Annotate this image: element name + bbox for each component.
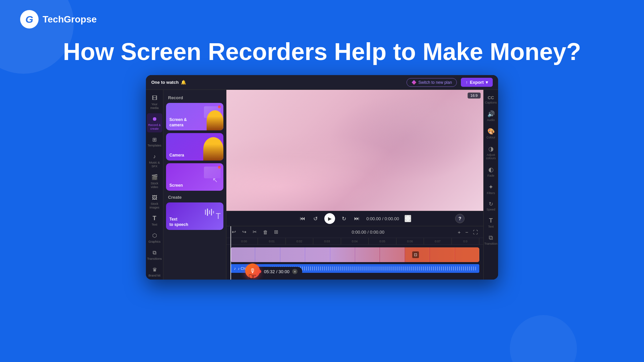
filters-label: Filters bbox=[487, 191, 495, 195]
video-track[interactable]: ⊡ bbox=[230, 247, 479, 262]
adjust-colours-panel-item[interactable]: ◑ Adjust colours bbox=[484, 142, 498, 163]
more-options-button[interactable]: ⊞ bbox=[273, 228, 280, 236]
adjust-colours-label: Adjust colours bbox=[486, 153, 496, 160]
captions-panel-item[interactable]: CC Captions bbox=[484, 93, 498, 107]
sidebar-item-your-media[interactable]: 🎞 Your media bbox=[147, 93, 162, 112]
sidebar-item-stock-video[interactable]: 🎬 Stock video bbox=[147, 172, 162, 191]
sidebar-item-stock-video-label: Stock video bbox=[148, 182, 161, 189]
sidebar-item-templates-label: Templates bbox=[148, 144, 161, 147]
camera-avatar-face bbox=[203, 137, 223, 161]
timeline-ruler: 0:00 0:01 0:02 0:03 0:04 0:05 0:06 0:07 … bbox=[226, 238, 483, 245]
avatar-face bbox=[207, 110, 223, 130]
undo-button[interactable]: ↩ bbox=[230, 228, 237, 236]
text-right-icon: T bbox=[489, 217, 493, 224]
zoom-in-button[interactable]: + bbox=[456, 229, 462, 236]
screen-camera-card[interactable]: Screen &camera bbox=[166, 103, 223, 130]
text-panel-item[interactable]: T Text bbox=[484, 215, 498, 231]
speed-panel-item[interactable]: ↻ Speed bbox=[484, 198, 498, 214]
tab-label: One to watch bbox=[151, 80, 179, 85]
switch-plan-label: Switch to new plan bbox=[418, 80, 452, 85]
video-thumbnails bbox=[230, 247, 479, 262]
thumb-6 bbox=[355, 247, 379, 262]
sidebar-item-music-label: Music & SFX bbox=[148, 161, 161, 168]
screen-card[interactable]: Screen ↖ bbox=[166, 163, 223, 191]
fade-label: Fade bbox=[487, 174, 494, 177]
thumb-4 bbox=[305, 247, 329, 262]
transition-panel-item[interactable]: ⧉ Transition bbox=[484, 232, 498, 248]
sidebar-item-templates[interactable]: ⊞ Templates bbox=[147, 134, 162, 149]
sidebar-item-graphics[interactable]: ⬡ Graphics bbox=[147, 230, 162, 246]
sidebar-item-stock-images[interactable]: 🖼 Stock images bbox=[147, 192, 162, 212]
speed-icon: ↻ bbox=[489, 201, 493, 207]
record-section-title: Record bbox=[166, 94, 223, 103]
delete-button[interactable]: 🗑 bbox=[262, 229, 269, 236]
graphics-icon: ⬡ bbox=[151, 232, 158, 239]
timeline-time-display: 0:00.00 / 0:00.00 bbox=[283, 230, 453, 235]
video-preview: 16:9 bbox=[226, 90, 483, 211]
timeline-playhead[interactable] bbox=[230, 226, 231, 280]
create-section-title: Create bbox=[166, 193, 223, 202]
colour-label: Colour bbox=[486, 136, 495, 139]
ruler-7: 0:07 bbox=[424, 238, 451, 244]
diamond-icon bbox=[412, 80, 416, 85]
ruler-0: 0:00 bbox=[230, 238, 258, 244]
video-area: 16:9 ⏮ ↺ ▶ ↻ ⏭ 0:00.00 / 0:00.00 ⛶ ↩ ↪ bbox=[226, 90, 483, 280]
sidebar-item-brand-kit-label: Brand kit bbox=[149, 274, 161, 278]
sidebar-item-transitions[interactable]: ⧉ Transitions bbox=[147, 247, 162, 263]
sidebar-item-record-create[interactable]: ⏺ Record & create bbox=[147, 113, 162, 133]
recording-close-button[interactable]: ✕ bbox=[292, 269, 298, 274]
sidebar: 🎞 Your media ⏺ Record & create ⊞ Templat… bbox=[146, 90, 163, 280]
aspect-ratio-badge[interactable]: 16:9 bbox=[468, 93, 481, 99]
sidebar-item-music-sfx[interactable]: ♪ Music & SFX bbox=[147, 151, 162, 170]
thumb-3 bbox=[280, 247, 305, 262]
right-panel: CC Captions 🔊 Audio 🎨 Colour ◑ Adjust co… bbox=[483, 90, 498, 280]
audio-label: Audio bbox=[487, 118, 495, 122]
switch-plan-button[interactable]: Switch to new plan bbox=[407, 78, 457, 87]
skip-forward-button[interactable]: ⏭ bbox=[353, 214, 361, 223]
adjust-colours-icon: ◑ bbox=[488, 145, 494, 153]
colour-panel-item[interactable]: 🎨 Colour bbox=[484, 125, 498, 142]
fit-to-screen-button[interactable]: ⛶ bbox=[472, 229, 479, 236]
recording-indicator: 05:32 / 30:00 ✕ bbox=[253, 267, 302, 276]
play-button[interactable]: ▶ bbox=[324, 213, 335, 224]
recording-timer: 05:32 / 30:00 bbox=[264, 269, 289, 274]
ruler-1: 0:01 bbox=[258, 238, 285, 244]
audio-panel-item[interactable]: 🔊 Audio bbox=[484, 108, 498, 124]
rewind-button[interactable]: ↺ bbox=[312, 214, 319, 223]
skip-back-button[interactable]: ⏮ bbox=[299, 214, 307, 223]
tab-one-to-watch[interactable]: One to watch 🔔 bbox=[151, 80, 186, 85]
filters-panel-item[interactable]: ✦ Filters bbox=[484, 181, 498, 197]
text-to-speech-card[interactable]: Textto speech T bbox=[166, 202, 223, 230]
fade-icon: ◐ bbox=[488, 166, 494, 173]
ruler-4: 0:04 bbox=[341, 238, 369, 244]
thumb-7 bbox=[380, 247, 404, 262]
camera-label: Camera bbox=[169, 153, 184, 158]
redo-button[interactable]: ↪ bbox=[241, 228, 248, 236]
thumb-10 bbox=[455, 247, 479, 262]
fade-panel-item[interactable]: ◐ Fade bbox=[484, 163, 498, 180]
sidebar-item-text-label: Text bbox=[152, 223, 157, 227]
expand-button[interactable]: ⛶ bbox=[405, 215, 411, 222]
thumb-5 bbox=[330, 247, 355, 262]
captions-icon: CC bbox=[488, 95, 494, 100]
templates-icon: ⊞ bbox=[151, 136, 158, 143]
screen-label: Screen bbox=[169, 183, 183, 188]
audio-icon: 🔊 bbox=[487, 110, 495, 118]
your-media-icon: 🎞 bbox=[151, 95, 158, 102]
tts-icon: T bbox=[216, 212, 221, 221]
help-button[interactable]: ? bbox=[455, 214, 465, 223]
ruler-2: 0:02 bbox=[286, 238, 313, 244]
thumb-9 bbox=[430, 247, 454, 262]
sidebar-item-stock-images-label: Stock images bbox=[148, 202, 161, 209]
zoom-out-button[interactable]: − bbox=[464, 229, 470, 236]
export-button[interactable]: ↑ Export ▾ bbox=[461, 78, 493, 87]
camera-card[interactable]: Camera bbox=[166, 133, 223, 161]
time-display: 0:00.00 / 0:00.00 bbox=[366, 216, 399, 221]
scissors-button[interactable]: ✂ bbox=[251, 228, 258, 236]
cursor-icon: ↖ bbox=[212, 176, 218, 184]
fast-forward-button[interactable]: ↻ bbox=[340, 214, 347, 223]
colour-icon: 🎨 bbox=[487, 128, 495, 135]
camera-avatar bbox=[207, 110, 223, 130]
sidebar-item-brand-kit[interactable]: ♛ Brand kit bbox=[147, 264, 162, 280]
sidebar-item-text[interactable]: T Text bbox=[147, 213, 162, 229]
